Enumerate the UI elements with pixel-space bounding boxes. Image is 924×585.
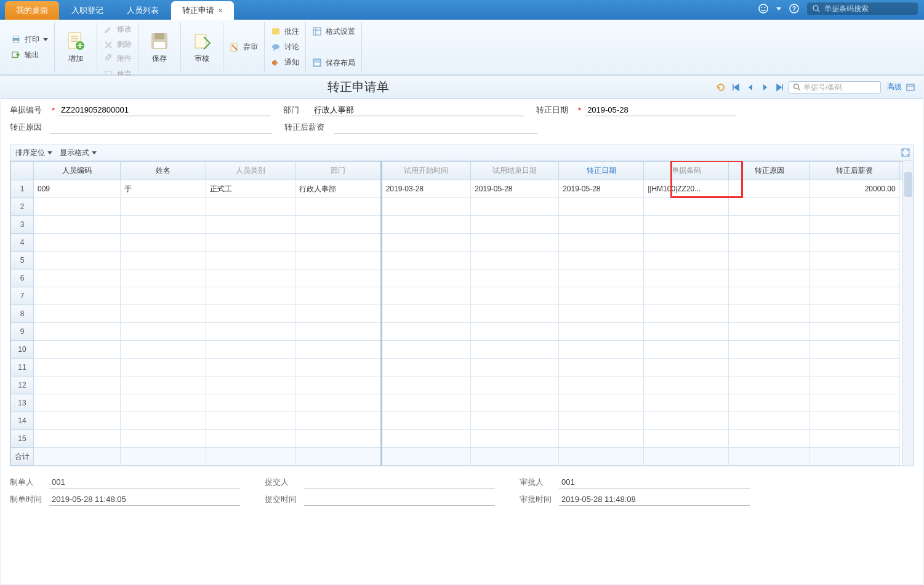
cell[interactable] (206, 269, 295, 287)
cell[interactable] (729, 394, 810, 412)
first-icon[interactable] (729, 81, 742, 94)
cell[interactable] (120, 234, 206, 252)
table-row[interactable]: 11 (11, 359, 914, 376)
cell[interactable] (729, 430, 810, 448)
cell[interactable] (810, 341, 899, 359)
cell[interactable] (729, 216, 810, 234)
note-button[interactable]: 批注 (267, 25, 303, 39)
cell[interactable] (381, 323, 470, 341)
cell[interactable]: 009 (33, 180, 120, 198)
cell[interactable]: 6 (11, 269, 34, 287)
modify-button[interactable]: 修改 (100, 22, 135, 36)
notify-button[interactable]: 通知 (267, 55, 303, 70)
table-row[interactable]: 7 (11, 287, 914, 305)
cell[interactable]: ||HM100|ZZ20... (644, 180, 729, 198)
col-type[interactable]: 人员类别 (206, 162, 295, 180)
cell[interactable] (295, 376, 381, 394)
dept-input[interactable] (311, 104, 524, 116)
cell[interactable] (381, 341, 470, 359)
cell[interactable] (33, 269, 120, 287)
cell[interactable] (295, 341, 381, 359)
table-row[interactable]: 12 (11, 376, 914, 394)
cell[interactable]: 11 (11, 359, 34, 376)
cell[interactable] (206, 412, 295, 430)
cell[interactable] (295, 394, 381, 412)
cell[interactable] (644, 341, 729, 359)
cell[interactable]: 1 (11, 180, 34, 198)
cell[interactable] (810, 252, 899, 269)
attachment-button[interactable]: 附件 (100, 52, 135, 66)
cell[interactable] (810, 359, 899, 376)
cell[interactable]: 4 (11, 234, 34, 252)
cell[interactable]: 9 (11, 323, 34, 341)
cell[interactable] (33, 216, 120, 234)
cell[interactable] (810, 234, 899, 252)
cell[interactable] (644, 305, 729, 323)
col-name[interactable]: 姓名 (120, 162, 206, 180)
cell[interactable] (559, 287, 644, 305)
col-reg-date[interactable]: 转正日期 (559, 162, 644, 180)
cell[interactable] (295, 430, 381, 448)
cell[interactable] (471, 269, 559, 287)
cell[interactable] (120, 252, 206, 269)
doc-no-input[interactable] (58, 104, 271, 116)
cell[interactable]: 15 (11, 430, 34, 448)
reason-input[interactable] (50, 121, 272, 133)
cell[interactable] (381, 216, 470, 234)
cell[interactable] (644, 234, 729, 252)
cell[interactable]: 于 (120, 180, 206, 198)
cell[interactable] (729, 305, 810, 323)
cell[interactable] (33, 394, 120, 412)
data-grid[interactable]: 人员编码 姓名 人员类别 部门 试用开始时间 试用结束日期 转正日期 单据条码 … (10, 161, 914, 466)
cell[interactable] (471, 341, 559, 359)
cell[interactable] (644, 323, 729, 341)
cell[interactable] (33, 198, 120, 216)
cell[interactable] (559, 234, 644, 252)
cell[interactable] (381, 376, 470, 394)
table-row[interactable]: 14 (11, 412, 914, 430)
cell[interactable] (295, 359, 381, 376)
cell[interactable] (381, 252, 470, 269)
cell[interactable] (559, 269, 644, 287)
cell[interactable] (381, 394, 470, 412)
cell[interactable] (206, 430, 295, 448)
cell[interactable] (381, 305, 470, 323)
cell[interactable] (381, 412, 470, 430)
cell[interactable] (295, 305, 381, 323)
panel-icon[interactable] (904, 81, 917, 94)
cell[interactable] (471, 359, 559, 376)
cell[interactable] (810, 287, 899, 305)
cell[interactable]: 2019-05-28 (471, 180, 559, 198)
cell[interactable] (471, 412, 559, 430)
cell[interactable] (120, 341, 206, 359)
cell[interactable] (810, 305, 899, 323)
table-row[interactable]: 13 (11, 394, 914, 412)
cell[interactable] (471, 305, 559, 323)
cell[interactable] (644, 287, 729, 305)
cell[interactable] (295, 234, 381, 252)
cell[interactable] (381, 269, 470, 287)
cell[interactable] (644, 198, 729, 216)
cell[interactable] (33, 341, 120, 359)
cell[interactable] (295, 323, 381, 341)
cell[interactable] (644, 412, 729, 430)
vertical-scrollbar[interactable] (902, 161, 914, 466)
cell[interactable] (381, 430, 470, 448)
cell[interactable] (33, 430, 120, 448)
discuss-button[interactable]: 讨论 (267, 40, 303, 54)
cell[interactable]: 12 (11, 376, 34, 394)
output-button[interactable]: 输出 (7, 48, 52, 62)
cell[interactable]: 7 (11, 287, 34, 305)
cell[interactable] (810, 394, 899, 412)
cell[interactable] (206, 216, 295, 234)
scrollbar-thumb[interactable] (904, 172, 912, 197)
cell[interactable] (559, 341, 644, 359)
col-trial-end[interactable]: 试用结束日期 (471, 162, 559, 180)
title-search-input[interactable] (803, 83, 871, 92)
cell[interactable] (295, 287, 381, 305)
cell[interactable] (33, 376, 120, 394)
next-icon[interactable] (759, 81, 771, 94)
cell[interactable] (120, 412, 206, 430)
cell[interactable]: 3 (11, 216, 34, 234)
cell[interactable] (559, 216, 644, 234)
